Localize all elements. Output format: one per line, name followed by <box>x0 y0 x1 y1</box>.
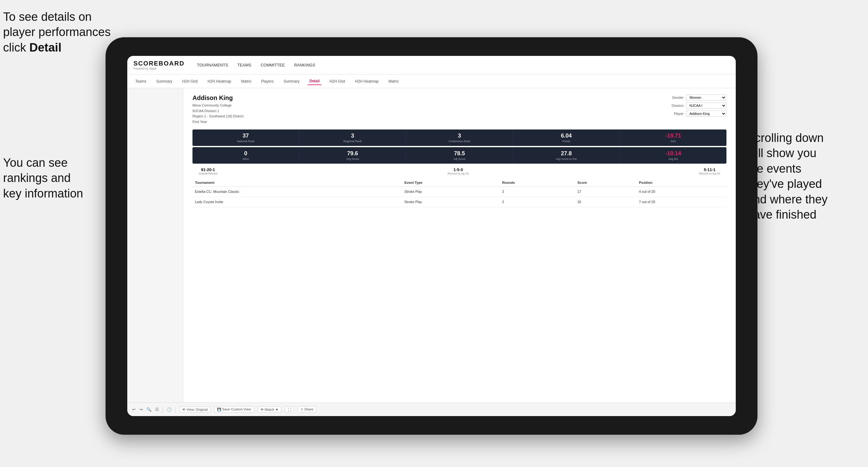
cell-score: 17 <box>575 187 637 197</box>
stat-regional-rank: 3 Regional Rank <box>299 129 406 146</box>
share-button[interactable]: ⇧ Share <box>298 406 316 413</box>
sub-nav-h2h-grid2[interactable]: H2H Grid <box>328 78 347 85</box>
stat-points: 6.04 Points <box>513 129 620 146</box>
cell-tournament: Estella CC- Mountain Classic <box>192 187 402 197</box>
screen-icon: ⛶ <box>288 408 291 411</box>
player-info: Addison King Mesa Community College NJCA… <box>192 94 243 125</box>
sub-nav-h2h-grid[interactable]: H2H Grid <box>180 78 199 85</box>
nav-tournaments[interactable]: TOURNAMENTS <box>197 61 228 69</box>
nav-committee[interactable]: COMMITTEE <box>260 61 285 69</box>
stat-adj-score-value: 78.5 <box>408 150 510 157</box>
gender-select[interactable]: Women Men <box>686 94 726 101</box>
cell-event-type: Stroke Play <box>402 187 500 197</box>
stat-national-rank: 37 National Rank <box>192 129 299 146</box>
zoom-icon[interactable]: 🔍 <box>147 407 152 412</box>
player-region: Region 1 - Southwest (18) District <box>192 114 243 118</box>
player-filters: Gender Women Men Division NJCAA I NJCAA … <box>666 94 726 117</box>
table-header-row: Tournament Event Type Rounds Score Posit… <box>192 179 726 187</box>
sub-nav-h2h-heatmap2[interactable]: H2H Heatmap <box>353 78 380 85</box>
clock-icon[interactable]: 🕐 <box>167 407 172 412</box>
stat-adj-score: 78.5 Adj Score <box>406 147 513 164</box>
record-top50-label: Record vs top 50 <box>699 172 720 175</box>
cell-score: 16 <box>575 197 637 207</box>
stat-avg-to-par: 27.8 Avg Score to Par <box>513 147 620 164</box>
record-top25-label: Record vs top 25 <box>448 172 469 175</box>
stat-sos: -19.71 SoS <box>620 129 726 146</box>
save-custom-button[interactable]: 💾 Save Custom View <box>214 406 254 413</box>
nav-teams[interactable]: TEAMS <box>238 61 251 69</box>
sub-nav-summary[interactable]: Summary <box>154 78 174 85</box>
nav-bar: SCOREBOARD Powered by clippd TOURNAMENTS… <box>127 56 736 74</box>
player-division: NJCAA Division 1 <box>192 109 219 113</box>
stat-avg-sg-value: -10.14 <box>622 150 724 157</box>
view-original-button[interactable]: 👁 View: Original <box>180 406 211 413</box>
bottom-toolbar: ↩ ↪ 🔍 ☷ 🕐 👁 View: Original 💾 Save Custom… <box>127 402 736 416</box>
stat-national-rank-label: National Rank <box>195 140 297 143</box>
record-top50: 5-11-1 Record vs top 50 <box>699 167 720 175</box>
sub-nav-h2h-heatmap[interactable]: H2H Heatmap <box>206 78 233 85</box>
sub-nav-teams[interactable]: Teams <box>133 78 148 85</box>
division-filter-row: Division NJCAA I NJCAA II <box>666 102 726 109</box>
layers-icon[interactable]: ☷ <box>155 407 159 412</box>
record-top25-value: 1-5-0 <box>448 167 469 172</box>
col-position: Position <box>637 179 726 187</box>
tablet-frame: SCOREBOARD Powered by clippd TOURNAMENTS… <box>105 37 757 435</box>
table-row: Estella CC- Mountain Classic Stroke Play… <box>192 187 726 197</box>
stat-avg-score-label: Avg Score <box>302 157 403 160</box>
cell-rounds: 2 <box>499 197 575 207</box>
stat-wins-label: Wins <box>195 157 297 160</box>
logo-powered: Powered by clippd <box>133 67 184 70</box>
stat-avg-to-par-label: Avg Score to Par <box>516 157 617 160</box>
col-tournament: Tournament <box>192 179 402 187</box>
table-row: Lady Coyote Invite Stroke Play 2 16 7 ou… <box>192 197 726 207</box>
main-content: Addison King Mesa Community College NJCA… <box>127 88 736 402</box>
stat-avg-sg: -10.14 Avg SG <box>620 147 726 164</box>
stat-regional-rank-label: Regional Rank <box>302 140 403 143</box>
tablet-screen: SCOREBOARD Powered by clippd TOURNAMENTS… <box>127 56 736 416</box>
division-select[interactable]: NJCAA I NJCAA II <box>686 102 726 109</box>
record-overall-value: 91-20-1 <box>199 167 217 172</box>
player-label: Player <box>666 112 684 116</box>
annotation-bottom-left: You can see rankings and key information <box>3 155 108 201</box>
col-score: Score <box>575 179 637 187</box>
sub-nav-matrix[interactable]: Matrix <box>239 78 253 85</box>
watch-button[interactable]: 👁 Watch ▼ <box>258 406 282 413</box>
player-year: First Year <box>192 120 207 124</box>
logo-scoreboard: SCOREBOARD <box>133 60 184 67</box>
tournament-table: Tournament Event Type Rounds Score Posit… <box>192 179 726 207</box>
cell-event-type: Stroke Play <box>402 197 500 207</box>
logo-area: SCOREBOARD Powered by clippd <box>133 60 184 70</box>
tournament-tbody: Estella CC- Mountain Classic Stroke Play… <box>192 187 726 207</box>
cell-tournament: Lady Coyote Invite <box>192 197 402 207</box>
nav-rankings[interactable]: RANKINGS <box>294 61 315 69</box>
toolbar-sep-1 <box>163 406 163 413</box>
detail-panel: Addison King Mesa Community College NJCA… <box>183 88 736 402</box>
record-top25: 1-5-0 Record vs top 25 <box>448 167 469 175</box>
annotation-right: Scrolling down will show you the events … <box>747 130 865 222</box>
player-select[interactable]: Addison King <box>686 111 726 117</box>
sub-nav: Teams Summary H2H Grid H2H Heatmap Matri… <box>127 74 736 88</box>
view-original-label: 👁 View: Original <box>182 408 208 411</box>
col-rounds: Rounds <box>499 179 575 187</box>
division-label: Division <box>666 104 684 107</box>
stat-regional-rank-value: 3 <box>302 132 403 139</box>
redo-icon[interactable]: ↪ <box>140 407 143 412</box>
stat-avg-sg-label: Avg SG <box>622 157 724 160</box>
player-header: Addison King Mesa Community College NJCA… <box>192 94 726 125</box>
stat-conference-rank: 3 Conference Rank <box>406 129 513 146</box>
gender-label: Gender <box>666 96 684 99</box>
sub-nav-matrix2[interactable]: Matrix <box>387 78 401 85</box>
cell-rounds: 2 <box>499 187 575 197</box>
nav-items: TOURNAMENTS TEAMS COMMITTEE RANKINGS <box>197 61 315 69</box>
screen-button[interactable]: ⛶ <box>285 406 294 413</box>
player-filter-row: Player Addison King <box>666 111 726 117</box>
record-overall-label: Overall Record <box>199 172 217 175</box>
sub-nav-detail[interactable]: Detail <box>308 77 321 85</box>
undo-icon[interactable]: ↩ <box>132 407 136 412</box>
stat-conference-rank-label: Conference Rank <box>408 140 510 143</box>
sub-nav-summary2[interactable]: Summary <box>282 78 301 85</box>
stat-wins-value: 0 <box>195 150 297 157</box>
sub-nav-players[interactable]: Players <box>259 78 275 85</box>
stat-adj-score-label: Adj Score <box>408 157 510 160</box>
record-top50-value: 5-11-1 <box>699 167 720 172</box>
